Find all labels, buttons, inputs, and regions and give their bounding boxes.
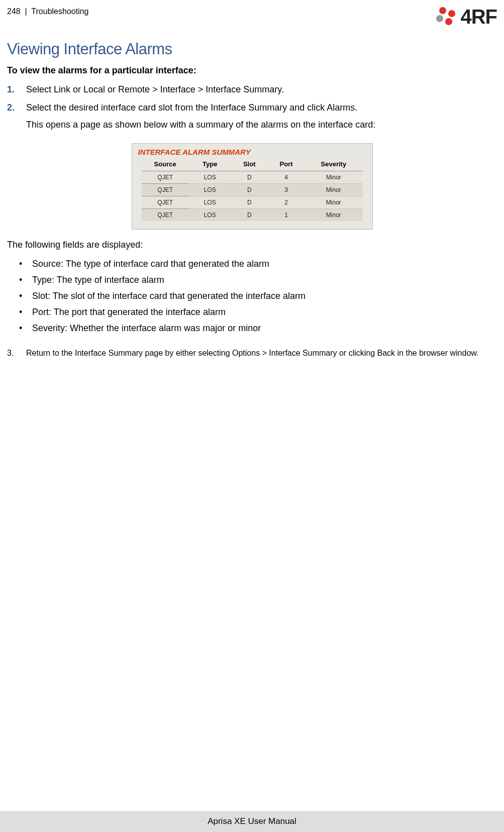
cell-source: QJET <box>142 184 189 196</box>
brand-logo-icon <box>434 5 457 28</box>
bullet-text: Source: The type of interface card that … <box>32 257 269 271</box>
fields-intro: The following fields are displayed: <box>7 240 497 250</box>
page-content: Viewing Interface Alarms To view the ala… <box>0 40 504 358</box>
bullet-text: Type: The type of interface alarm <box>32 273 164 287</box>
header-breadcrumb: 248 | Troubleshooting <box>7 5 89 16</box>
col-header-source: Source <box>142 158 189 171</box>
field-bullet-list: Source: The type of interface card that … <box>7 256 497 336</box>
cell-type: LOS <box>189 184 231 196</box>
cell-source: QJET <box>142 171 189 184</box>
bullet-text: Severity: Whether the interface alarm wa… <box>32 322 261 336</box>
cell-port: 3 <box>268 184 305 196</box>
cell-slot: D <box>231 209 268 222</box>
table-row: QJET LOS D 4 Minor <box>142 171 363 184</box>
brand-logo-text: 4RF <box>460 6 497 28</box>
page-title: Viewing Interface Alarms <box>7 40 497 58</box>
steps-list: 1. Select Link or Local or Remote > Inte… <box>7 83 497 131</box>
cell-severity: Minor <box>305 196 362 209</box>
list-item: Port: The port that generated the interf… <box>7 304 497 321</box>
step-number: 1. <box>7 83 19 96</box>
bullet-text: Slot: The slot of the interface card tha… <box>32 289 306 303</box>
cell-severity: Minor <box>305 209 362 222</box>
brand-logo: 4RF <box>434 5 497 28</box>
header-section: Troubleshooting <box>31 7 88 16</box>
step-subtext: This opens a page as shown below with a … <box>26 118 497 131</box>
cell-severity: Minor <box>305 171 362 184</box>
table-row: QJET LOS D 3 Minor <box>142 184 363 196</box>
list-item: Type: The type of interface alarm <box>7 272 497 288</box>
list-item: Slot: The slot of the interface card tha… <box>7 288 497 304</box>
alarm-summary-table: Source Type Slot Port Severity QJET LOS … <box>142 158 363 221</box>
alarm-summary-box: INTERFACE ALARM SUMMARY Source Type Slot… <box>132 143 373 230</box>
table-row: QJET LOS D 2 Minor <box>142 196 363 209</box>
cell-severity: Minor <box>305 184 362 196</box>
list-item: Severity: Whether the interface alarm wa… <box>7 321 497 337</box>
header-divider: | <box>25 7 27 16</box>
cell-port: 2 <box>268 196 305 209</box>
step-number: 2. <box>7 101 19 131</box>
col-header-type: Type <box>189 158 231 171</box>
cell-source: QJET <box>142 196 189 209</box>
alarm-summary-panel: INTERFACE ALARM SUMMARY Source Type Slot… <box>7 143 497 230</box>
table-header-row: Source Type Slot Port Severity <box>142 158 363 171</box>
step-3: 3. Return to the Interface Summary page … <box>7 349 497 358</box>
step-number: 3. <box>7 349 19 358</box>
col-header-port: Port <box>268 158 305 171</box>
table-row: QJET LOS D 1 Minor <box>142 209 363 222</box>
cell-port: 4 <box>268 171 305 184</box>
cell-port: 1 <box>268 209 305 222</box>
step-2: 2. Select the desired interface card slo… <box>7 101 497 131</box>
footer-text: Aprisa XE User Manual <box>208 816 296 826</box>
page-number: 248 <box>7 7 21 16</box>
cell-slot: D <box>231 171 268 184</box>
cell-slot: D <box>231 196 268 209</box>
cell-slot: D <box>231 184 268 196</box>
list-item: Source: The type of interface card that … <box>7 256 497 272</box>
col-header-slot: Slot <box>231 158 268 171</box>
step-1: 1. Select Link or Local or Remote > Inte… <box>7 83 497 96</box>
cell-source: QJET <box>142 209 189 222</box>
cell-type: LOS <box>189 209 231 222</box>
page-header: 248 | Troubleshooting 4RF <box>0 0 504 28</box>
alarm-summary-title: INTERFACE ALARM SUMMARY <box>132 145 372 158</box>
step-text: Select Link or Local or Remote > Interfa… <box>26 83 497 96</box>
page-footer: Aprisa XE User Manual <box>0 811 504 832</box>
cell-type: LOS <box>189 196 231 209</box>
col-header-severity: Severity <box>305 158 362 171</box>
cell-type: LOS <box>189 171 231 184</box>
step-text: Return to the Interface Summary page by … <box>26 349 497 358</box>
intro-heading: To view the alarms for a particular inte… <box>7 65 497 76</box>
bullet-text: Port: The port that generated the interf… <box>32 305 226 320</box>
step-text: Select the desired interface card slot f… <box>26 102 357 113</box>
